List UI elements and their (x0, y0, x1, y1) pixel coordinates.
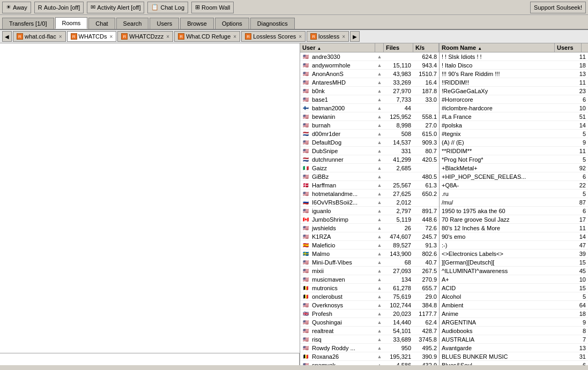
room-tab-close-5[interactable]: × (342, 34, 345, 40)
speed-col-header[interactable]: K/s (413, 43, 439, 52)
chat-input[interactable] (0, 353, 300, 365)
nav-tab-rooms[interactable]: Rooms (55, 17, 88, 29)
room-row[interactable]: 80's 12 Inches & More 11 (440, 224, 588, 232)
nav-tab-chat[interactable]: Chat (88, 18, 115, 29)
room-row[interactable]: ][German][Deutsch][ 15 (440, 258, 588, 267)
nav-tab-transfers--1-0-[interactable]: Transfers [1/0] (2, 18, 54, 29)
user-row[interactable]: 🇺🇸 musicmaven ▲ 134 270.9 (300, 275, 439, 284)
user-row[interactable]: 🇺🇸 risq ▲ 33,689 3745.8 (300, 335, 439, 344)
user-row[interactable]: 🇺🇸 realtreat ▲ 54,101 428.7 (300, 327, 439, 335)
user-row[interactable]: 🇺🇸 Mini-Duff-Vibes ▲ 68 40.7 (300, 258, 439, 267)
user-row[interactable]: 🇺🇸 Quoshingai ▲ 14,440 62.4 (300, 318, 439, 327)
nav-tab-search[interactable]: Search (116, 18, 149, 29)
user-row[interactable]: 🇧🇪 mutronics ▲ 61,278 655.7 (300, 284, 439, 292)
autojoin-button[interactable]: R Auto-Join [off] (34, 2, 84, 13)
user-row[interactable]: 🇸🇪 Malmo ▲ 143,900 802.6 (300, 250, 439, 258)
room-row[interactable]: #tegnix 5 (440, 130, 588, 138)
nav-tab-diagnostics[interactable]: Diagnostics (250, 18, 295, 29)
user-row[interactable]: 🇺🇸 andre3030 ▲ 624.8 (300, 52, 439, 61)
support-button[interactable]: Support Soulseek! (530, 2, 586, 13)
room-tab-2[interactable]: RWHATCDzzz× (117, 31, 173, 42)
room-tab-close-3[interactable]: × (233, 34, 236, 40)
room-row[interactable]: #polska 14 (440, 121, 588, 130)
chat-messages[interactable] (0, 43, 300, 353)
user-row[interactable]: 🇺🇸 base1 ▲ 7,733 33.0 (300, 95, 439, 104)
room-row[interactable]: !!! 90's Rare Riddim !!! 13 (440, 70, 588, 78)
files-col-header[interactable]: Files (384, 43, 413, 52)
room-row[interactable]: *Prog Not Frog* 5 (440, 155, 588, 164)
room-users-col-header[interactable]: Users (555, 43, 582, 52)
room-list[interactable]: ! ! Slsk Idiots ! ! 11 ! Italo Disco 18 … (440, 52, 588, 365)
user-row[interactable]: 🇺🇸 bewianin ▲ 125,952 558.1 (300, 112, 439, 121)
user-row[interactable]: 🇳🇱 d00mr1der ▲ 508 615.0 (300, 130, 439, 138)
room-row[interactable]: :-) 47 (440, 241, 588, 250)
user-row[interactable]: 🇪🇸 Maleficio ▲ 89,527 91.3 (300, 241, 439, 250)
room-tabs-next[interactable]: ▶ (350, 31, 360, 42)
room-row[interactable]: +BlackMetal+ 92 (440, 164, 588, 172)
user-row[interactable]: 🇺🇸 K1RZA ▲ 474,607 245.7 (300, 232, 439, 241)
room-row[interactable]: 90's emo 14 (440, 232, 588, 241)
room-tab-5[interactable]: Rlossless× (307, 31, 349, 42)
user-row[interactable]: 🇧🇪 Roxana26 ▲ 195,321 390.9 (300, 352, 439, 361)
room-row[interactable]: +HIP_HOP_SCENE_RELEAS... 6 (440, 172, 588, 181)
room-tab-1[interactable]: RWHATCDs× (67, 31, 117, 42)
user-row[interactable]: 🇺🇸 Overknosys ▲ 102,744 384.8 (300, 301, 439, 309)
user-row[interactable]: 🇳🇱 dutchrunner ▲ 41,299 420.5 (300, 155, 439, 164)
room-row[interactable]: **RIDDIM** 11 (440, 147, 588, 155)
room-tab-close-0[interactable]: × (59, 34, 62, 40)
room-row[interactable]: Ambient 64 (440, 301, 588, 309)
user-row[interactable]: 🇺🇸 hotmetalandme... ▲ 27,625 650.2 (300, 190, 439, 198)
room-row[interactable]: A+ 10 (440, 275, 588, 284)
user-row[interactable]: 🇷🇺 I6OvVRsBSoii2... ▲ 2,012 (300, 198, 439, 207)
away-button[interactable]: ☀ Away (2, 2, 31, 13)
user-row[interactable]: 🇺🇸 b0nk ▲ 27,970 187.8 (300, 87, 439, 95)
nav-tab-options[interactable]: Options (215, 18, 249, 29)
user-col-header[interactable]: User ▲ (300, 43, 375, 52)
room-row[interactable]: ^ILLUMINATI^awareness 45 (440, 267, 588, 275)
room-row[interactable]: BLUES BUNKER MUSIC 31 (440, 352, 588, 361)
user-row[interactable]: 🇺🇸 GiBBz ▲ 480.5 (300, 172, 439, 181)
user-row[interactable]: 🇺🇸 burnah ▲ 8,998 27.0 (300, 121, 439, 130)
user-row[interactable]: 🇺🇸 spamyak ▲ 4,586 432.9 (300, 361, 439, 365)
room-row[interactable]: !!RIDDIM!! 11 (440, 78, 588, 87)
room-tab-3[interactable]: RWhat.CD Refuge× (174, 31, 240, 42)
room-row[interactable]: ACID 15 (440, 284, 588, 292)
user-row[interactable]: 🇺🇸 jwshields ▲ 26 72.6 (300, 224, 439, 232)
user-row[interactable]: 🇫🇮 batman2000 ▲ 44 (300, 104, 439, 112)
user-row[interactable]: 🇧🇪 onclerobust ▲ 75,619 29.0 (300, 292, 439, 301)
user-row[interactable]: 🇺🇸 mixii ▲ 27,093 267.5 (300, 267, 439, 275)
user-row[interactable]: 🇺🇸 DubSnipe ▲ 331 80.7 (300, 147, 439, 155)
room-row[interactable]: Audiobooks 8 (440, 327, 588, 335)
room-row[interactable]: Anime 18 (440, 309, 588, 318)
user-row[interactable]: 🇺🇸 AntaresMHD ▲ 33,269 16.4 (300, 78, 439, 87)
user-row[interactable]: 🇺🇸 AnonAnonS ▲ 43,983 1510.7 (300, 70, 439, 78)
room-row[interactable]: Avantgarde 13 (440, 344, 588, 352)
user-row[interactable]: 🇮🇹 Gaizz ▲ 2,685 (300, 164, 439, 172)
room-row[interactable]: ARGENTINA 9 (440, 318, 588, 327)
user-row[interactable]: 🇺🇸 iguanlo ▲ 2,797 891.7 (300, 207, 439, 215)
room-row[interactable]: .ru 5 (440, 190, 588, 198)
user-list[interactable]: 🇺🇸 andre3030 ▲ 624.8 🇺🇸 andywormhole ▲ 1… (300, 52, 439, 365)
user-row[interactable]: 🇺🇸 DefaultDog ▲ 14,537 909.3 (300, 138, 439, 147)
user-row[interactable]: 🇺🇸 andywormhole ▲ 15,110 943.4 (300, 61, 439, 70)
nav-tab-users[interactable]: Users (150, 18, 179, 29)
room-tabs-prev[interactable]: ◀ (2, 31, 12, 42)
room-name-col-header[interactable]: Room Name ▲ (440, 43, 555, 52)
user-row[interactable]: 🇬🇧 Profesh ▲ 20,023 1177.7 (300, 309, 439, 318)
room-tab-close-4[interactable]: × (299, 34, 302, 40)
room-tab-close-2[interactable]: × (166, 34, 169, 40)
room-row[interactable]: (A) // (E) 9 (440, 138, 588, 147)
room-tab-4[interactable]: RLossless Scores× (241, 31, 306, 42)
room-row[interactable]: /mu/ 87 (440, 198, 588, 207)
room-row[interactable]: #Horrorcore 6 (440, 95, 588, 104)
room-row[interactable]: ! ! Slsk Idiots ! ! 11 (440, 52, 588, 61)
nav-tab-browse[interactable]: Browse (180, 18, 214, 29)
room-row[interactable]: 1950 to 1975 aka the 60 6 (440, 207, 588, 215)
room-row[interactable]: #iclombre-hardcore 10 (440, 104, 588, 112)
room-row[interactable]: #La France 51 (440, 112, 588, 121)
room-row[interactable]: 70 Rare groove Soul Jazz 17 (440, 215, 588, 224)
room-row[interactable]: Alcohol 5 (440, 292, 588, 301)
room-tab-0[interactable]: Rwhat.cd-flac× (13, 31, 66, 42)
room-row[interactable]: Blues&Soul 6 (440, 361, 588, 365)
user-row[interactable]: 🇨🇦 JumboShrimp ▲ 5,119 448.6 (300, 215, 439, 224)
